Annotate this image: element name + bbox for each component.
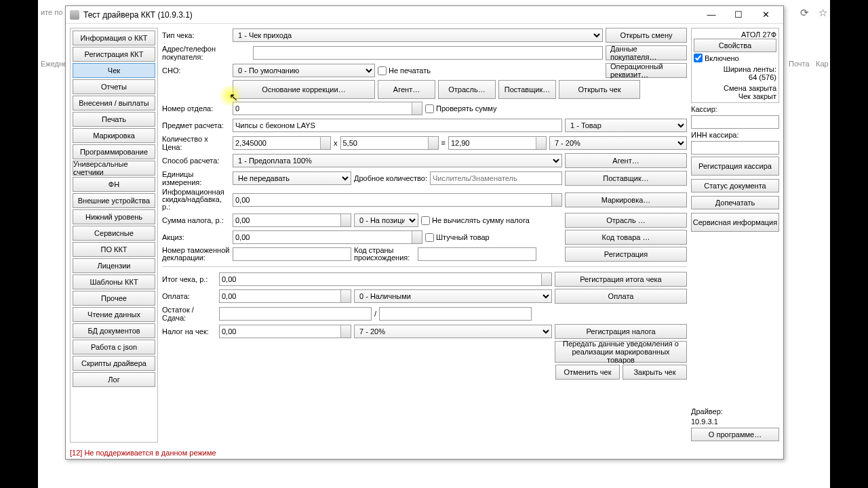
registracia-button[interactable]: Регистрация bbox=[565, 247, 687, 262]
sidebar-item-16[interactable]: Прочее bbox=[73, 291, 155, 306]
sidebar-item-19[interactable]: Работа с json bbox=[73, 340, 155, 354]
select-nalog-rate[interactable]: 7 - 20% bbox=[549, 136, 687, 150]
app-icon bbox=[70, 10, 79, 20]
reg-itoga-button[interactable]: Регистрация итога чека bbox=[555, 272, 687, 287]
reg-kassira-button[interactable]: Регистрация кассира bbox=[691, 157, 779, 176]
sidebar-item-21[interactable]: Лог bbox=[73, 372, 155, 387]
servis-info-button[interactable]: Сервисная информация bbox=[691, 213, 779, 232]
input-tamozh[interactable] bbox=[233, 247, 351, 261]
sidebar-item-12[interactable]: Сервисные bbox=[73, 226, 155, 241]
right-panel: АТОЛ 27Ф Свойства Включено Ширина ленты:… bbox=[691, 28, 779, 443]
sidebar-item-20[interactable]: Скрипты драйвера bbox=[73, 356, 155, 371]
maximize-button[interactable]: ☐ bbox=[725, 6, 752, 24]
dopechatat-button[interactable]: Допечатать bbox=[691, 196, 779, 209]
input-inn[interactable] bbox=[691, 141, 779, 155]
sidebar-item-5[interactable]: Печать bbox=[73, 112, 155, 127]
star-icon[interactable]: ☆ bbox=[818, 7, 827, 19]
label-drob: Дробное количество: bbox=[354, 174, 427, 182]
select-predmet-type[interactable]: 1 - Товар bbox=[565, 119, 687, 132]
chk-ne-vychislyat[interactable]: Не вычислять сумму налога bbox=[421, 216, 530, 225]
status-bar: [12] Не поддерживается в данном режиме bbox=[66, 447, 783, 459]
chk-vklyucheno[interactable]: Включено bbox=[694, 54, 776, 62]
sidebar-item-2[interactable]: Чек bbox=[73, 63, 155, 78]
select-sno[interactable]: 0 - По умолчанию bbox=[233, 64, 375, 77]
input-skidka[interactable] bbox=[233, 193, 562, 207]
sidebar-item-9[interactable]: ФН bbox=[73, 177, 155, 192]
input-itogo[interactable] bbox=[448, 136, 547, 150]
select-nalog-pos[interactable]: 0 - На позицию bbox=[354, 214, 418, 227]
select-sposob[interactable]: 1 - Предоплата 100% bbox=[233, 154, 562, 167]
sidebar-item-18[interactable]: БД документов bbox=[73, 323, 155, 338]
select-oplata-type[interactable]: 0 - Наличными bbox=[354, 289, 552, 303]
label-tamozh: Номер таможенной декларации: bbox=[162, 247, 230, 262]
sidebar-item-0[interactable]: Информация о ККТ bbox=[73, 30, 155, 45]
input-ostatok2[interactable] bbox=[379, 307, 532, 321]
kod-tovara-button[interactable]: Код товара … bbox=[565, 230, 687, 245]
sidebar-item-3[interactable]: Отчеты bbox=[73, 79, 155, 94]
sidebar-item-13[interactable]: ПО ККТ bbox=[73, 242, 155, 257]
input-akciz[interactable] bbox=[233, 230, 422, 244]
browser-toolbar: ⟳ ☆ bbox=[800, 7, 827, 19]
input-nalog-chek[interactable] bbox=[219, 325, 351, 338]
postavshik-button[interactable]: Поставщик… bbox=[498, 80, 556, 99]
minimize-button[interactable]: — bbox=[698, 6, 725, 24]
input-nomer-otdela[interactable] bbox=[233, 102, 422, 115]
oper-rekv-button[interactable]: Операционный реквизит… bbox=[606, 63, 687, 78]
osnovanie-button[interactable]: Основание коррекции… bbox=[233, 80, 375, 99]
sidebar-item-1[interactable]: Регистрация ККТ bbox=[73, 47, 155, 62]
input-cena[interactable] bbox=[340, 136, 439, 150]
input-ostatok1[interactable] bbox=[219, 307, 372, 321]
close-button[interactable]: ✕ bbox=[752, 6, 779, 24]
input-predmet[interactable] bbox=[233, 119, 562, 132]
input-itog[interactable] bbox=[219, 272, 552, 286]
select-nalog-chek-rate[interactable]: 7 - 20% bbox=[354, 325, 552, 338]
oplata-button[interactable]: Оплата bbox=[555, 289, 687, 304]
sidebar-item-15[interactable]: Шаблоны ККТ bbox=[73, 274, 155, 289]
buyer-data-button[interactable]: Данные покупателя… bbox=[606, 45, 687, 60]
sidebar: Информация о ККТРегистрация ККТЧекОтчеты… bbox=[70, 28, 158, 443]
status-doc-button[interactable]: Статус документа bbox=[691, 179, 779, 192]
sidebar-item-17[interactable]: Чтение данных bbox=[73, 307, 155, 322]
reg-naloga-button[interactable]: Регистрация налога bbox=[555, 324, 687, 339]
sidebar-item-14[interactable]: Лицензии bbox=[73, 258, 155, 273]
otrasl2-button[interactable]: Отрасль … bbox=[565, 213, 687, 228]
window-title: Тест драйвера ККТ (10.9.3.1) bbox=[83, 10, 698, 20]
bg-text: ите по bbox=[41, 8, 62, 16]
svoistva-button[interactable]: Свойства bbox=[694, 39, 776, 52]
chk-proverit-summu[interactable]: Проверять сумму bbox=[425, 104, 496, 113]
input-adres[interactable] bbox=[253, 46, 603, 60]
zakryt-chek-button[interactable]: Закрыть чек bbox=[623, 365, 687, 380]
about-button[interactable]: О программе… bbox=[691, 428, 779, 441]
label-kod-strany: Код страны происхождения: bbox=[354, 247, 415, 262]
sidebar-item-8[interactable]: Универсальные счетчики bbox=[73, 161, 155, 176]
input-oplata[interactable] bbox=[219, 289, 351, 303]
sidebar-item-7[interactable]: Программирование bbox=[73, 144, 155, 159]
chk-shtuch[interactable]: Штучный товар bbox=[425, 233, 490, 242]
otrasl-button[interactable]: Отрасль… bbox=[438, 80, 496, 99]
chk-ne-pechatat[interactable]: Не печатать bbox=[378, 66, 431, 75]
input-kassir[interactable] bbox=[691, 115, 779, 129]
agent2-button[interactable]: Агент… bbox=[565, 153, 687, 168]
refresh-icon[interactable]: ⟳ bbox=[800, 7, 809, 19]
postav2-button[interactable]: Поставщик… bbox=[565, 171, 687, 186]
sidebar-item-4[interactable]: Внесения / выплаты bbox=[73, 96, 155, 110]
open-check-button[interactable]: Открыть чек bbox=[559, 80, 640, 99]
markirovka-button[interactable]: Маркировка… bbox=[565, 192, 687, 207]
sidebar-item-11[interactable]: Нижний уровень bbox=[73, 209, 155, 224]
sidebar-item-6[interactable]: Маркировка bbox=[73, 128, 155, 143]
agent-button[interactable]: Агент… bbox=[378, 80, 435, 99]
select-ed-izm[interactable]: Не передавать bbox=[233, 171, 351, 185]
otmenit-chek-button[interactable]: Отменить чек bbox=[555, 365, 620, 380]
peredat-button[interactable]: Передать данные уведомления о реализации… bbox=[555, 341, 687, 363]
sidebar-item-10[interactable]: Внешние устройства bbox=[73, 193, 155, 208]
label-inn: ИНН кассира: bbox=[691, 131, 779, 139]
select-tip-cheka[interactable]: 1 - Чек прихода bbox=[233, 28, 603, 42]
open-shift-button[interactable]: Открыть смену bbox=[606, 28, 687, 43]
input-kolvo[interactable] bbox=[233, 136, 331, 150]
input-kod-strany[interactable] bbox=[418, 247, 536, 261]
input-drob[interactable] bbox=[430, 171, 562, 185]
label-sno: СНО: bbox=[162, 66, 230, 75]
label-adres: Адрес/телефон покупателя: bbox=[162, 45, 250, 61]
bg-text: Почта bbox=[789, 60, 810, 68]
input-summa-naloga[interactable] bbox=[233, 214, 351, 227]
